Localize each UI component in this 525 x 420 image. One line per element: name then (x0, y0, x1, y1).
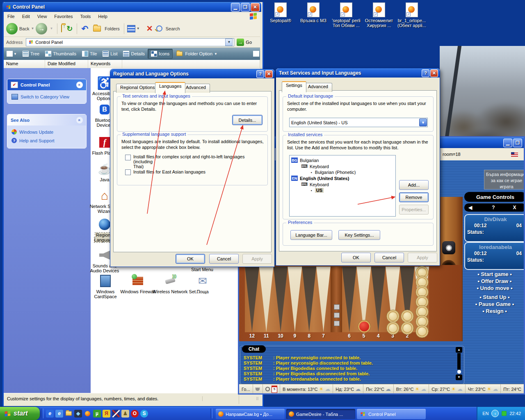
views-dropdown-icon[interactable]: ▼ (137, 27, 140, 30)
list-language-bulgarian[interactable]: BGBulgarian (290, 157, 395, 163)
help-button[interactable]: ? (492, 205, 495, 210)
switch-category-view-link[interactable]: Switch to Category View (7, 92, 86, 101)
board-point[interactable] (302, 267, 316, 332)
details-button[interactable]: Details... (232, 115, 262, 125)
utorrent-icon[interactable]: µ (93, 410, 101, 418)
tab-advanced[interactable]: Advanced (182, 84, 210, 93)
title-bar[interactable]: Control Panel ▁ ❐ ✕ (2, 2, 261, 12)
folders-button[interactable]: Folders (93, 26, 120, 32)
light-checker[interactable] (401, 310, 414, 323)
paw-icon[interactable] (253, 384, 263, 394)
view-icons-button[interactable]: Icons (148, 49, 173, 59)
tab-settings[interactable]: Settings (282, 81, 306, 92)
desktop-icon[interactable]: ↗ 'septopal' perli Топ Обяви ... (330, 2, 363, 28)
complex-script-checkbox[interactable] (125, 155, 131, 160)
desktop-icon[interactable]: ↗ Остеомиелит Хирургия ... (363, 2, 395, 28)
item-windows-firewall[interactable]: Windows Firewall (120, 274, 155, 294)
back-arrow-icon[interactable]: ◀ (468, 205, 472, 210)
apply-button[interactable]: Apply (242, 254, 272, 264)
language-bar-button[interactable]: Language Bar... (290, 230, 332, 240)
desktop-icon[interactable]: ↗ Връзка с МЗ (297, 2, 330, 28)
help-button[interactable]: ? (256, 70, 264, 78)
scroll-up-icon[interactable]: ▲ (456, 347, 462, 353)
network-tray-icon[interactable] (502, 411, 507, 416)
maximize-button[interactable]: ❐ (513, 139, 522, 147)
dark-die[interactable] (442, 241, 455, 254)
menu-stand-up[interactable]: • Stand Up • (464, 294, 525, 301)
menu-tools[interactable]: Tools (77, 13, 95, 20)
board-point[interactable] (371, 267, 386, 332)
ie-icon[interactable]: e (46, 410, 54, 418)
back-dropdown-icon[interactable]: ▼ (31, 27, 34, 30)
column-name[interactable]: Name (4, 60, 45, 68)
menu-undo-move[interactable]: • Undo move • (464, 285, 525, 292)
pages-button[interactable]: ▼ (4, 49, 20, 58)
views-button[interactable] (127, 25, 135, 32)
east-asian-checkbox[interactable] (125, 169, 131, 175)
menu-edit[interactable]: Edit (18, 13, 34, 20)
list-keyboard[interactable]: ⌨Keyboard (290, 181, 395, 187)
folder-icon[interactable] (65, 410, 73, 418)
red-checker[interactable] (358, 320, 371, 333)
menu-offer-draw[interactable]: • Offer Draw • (464, 278, 525, 285)
menu-view[interactable]: View (34, 13, 51, 20)
delete-button[interactable]: ✕ (146, 24, 153, 33)
ok-button[interactable]: OK (176, 254, 205, 264)
board-point[interactable] (245, 267, 259, 332)
list-language-english[interactable]: ENEnglish (United States) (290, 175, 395, 181)
column-date-modified[interactable]: Date Modified (45, 60, 88, 68)
view-list-button[interactable]: List (100, 49, 120, 58)
menu-favorites[interactable]: Favorites (50, 13, 76, 20)
menu-pause-game[interactable]: • Pause Game • (464, 301, 525, 308)
input-language-combo[interactable]: English (United States) - US ▼ (289, 118, 428, 127)
tab-regional-options[interactable]: Regional Options (116, 84, 159, 93)
view-thumbnails-button[interactable]: Thumbnails (42, 49, 79, 58)
list-layout-bulgarian-phonetic[interactable]: ▪Bulgarian (Phonetic) (290, 169, 395, 175)
desktop-icon[interactable]: ↗ Septopal® (264, 2, 297, 28)
chat-tab[interactable]: Chat (242, 345, 266, 353)
view-tile-button[interactable]: Tile (79, 49, 100, 58)
start-menu-label[interactable]: Start Menu (185, 267, 220, 272)
combo-dropdown-icon[interactable]: ▼ (419, 119, 427, 126)
up-button[interactable]: ↑ (61, 25, 62, 32)
hide-icons-chevron[interactable]: ‹ (491, 410, 499, 417)
tab-languages[interactable]: Languages (155, 82, 185, 93)
help-button[interactable]: ? (422, 69, 429, 77)
search-button[interactable]: Search (156, 25, 180, 32)
cancel-button[interactable]: Cancel (374, 253, 404, 262)
go-button[interactable]: → Go (237, 39, 252, 46)
refresh-button[interactable]: ↻ (66, 24, 73, 33)
dialog-title-bar[interactable]: Text Services and Input Languages ? ✕ (276, 68, 440, 78)
board-point[interactable] (342, 267, 356, 332)
close-panel-button[interactable]: X (513, 205, 516, 210)
undo-button[interactable]: ↶ (81, 24, 88, 34)
taskbar-button-gamedesire[interactable]: GameDesire - Табла ... (286, 409, 355, 419)
start-button[interactable]: start (0, 407, 40, 420)
skype-icon[interactable]: S (140, 410, 148, 418)
yandex-icon[interactable]: Я (103, 410, 110, 418)
toolbar-overflow-icon[interactable] (253, 51, 259, 57)
board-point[interactable] (274, 267, 288, 332)
item-mail[interactable]: ✉ Поща (185, 274, 220, 294)
address-dropdown-button[interactable]: ▼ (225, 39, 233, 46)
key-settings-button[interactable]: Key Settings... (338, 230, 380, 240)
view-tree-button[interactable]: Tree (20, 49, 42, 58)
list-keyboard[interactable]: ⌨Keyboard (290, 163, 395, 169)
minimize-button[interactable]: ▁ (231, 3, 240, 11)
tab-advanced[interactable]: Advanced (304, 83, 332, 92)
services-listbox[interactable]: BGBulgarian ⌨Keyboard ▪Bulgarian (Phonet… (289, 155, 396, 217)
desktop-icon[interactable]: ↗ br_1_ortope... (Обект appli... (395, 2, 428, 28)
board-point[interactable] (259, 267, 274, 332)
resize-grip[interactable]: ⠿ (256, 397, 260, 401)
people-app-icon[interactable]: ♟ (121, 410, 129, 418)
view-details-button[interactable]: Details (120, 49, 148, 58)
light-checker[interactable] (415, 325, 429, 338)
language-indicator[interactable]: EN (482, 411, 488, 416)
collapse-icon[interactable]: « (76, 82, 83, 88)
maximize-button[interactable]: ❐ (241, 3, 250, 11)
taskbar-button-control-panel[interactable]: Control Panel (357, 409, 426, 419)
diamond-app-icon[interactable]: ◆ (74, 410, 82, 418)
light-checker[interactable] (386, 310, 399, 323)
uk-flag-icon[interactable] (112, 410, 120, 418)
menu-help[interactable]: Help (94, 13, 111, 20)
